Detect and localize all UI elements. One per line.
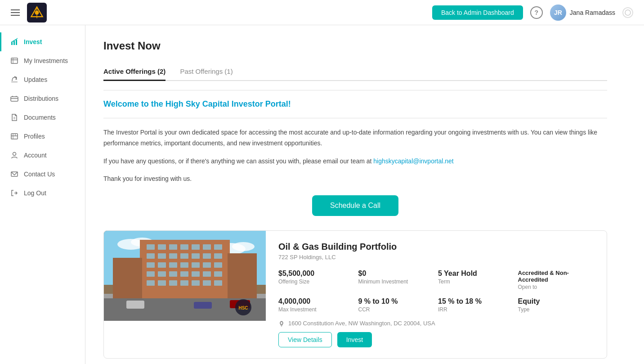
sidebar-item-log-out[interactable]: Log Out	[0, 184, 85, 202]
offering-subtitle: 722 SP Holdings, LLC	[278, 254, 594, 261]
contact-us-label: Contact Us	[24, 171, 55, 178]
svg-rect-71	[126, 301, 144, 309]
svg-rect-64	[169, 280, 177, 286]
username-label: Jana Ramadass	[570, 9, 615, 16]
svg-rect-68	[214, 280, 222, 286]
svg-rect-41	[147, 253, 155, 259]
stat-open-to-label: Open to	[518, 284, 595, 290]
sidebar-item-updates[interactable]: Updates	[0, 70, 85, 89]
back-to-admin-button[interactable]: Back to Admin Dashboard	[432, 5, 523, 20]
distributions-icon	[10, 94, 18, 103]
stat-term: 5 Year Hold Term	[438, 270, 514, 290]
svg-rect-37	[180, 244, 188, 250]
tab-past-offerings[interactable]: Past Offerings (1)	[180, 63, 233, 81]
tabs: Active Offerings (2) Past Offerings (1)	[103, 63, 607, 81]
sidebar: Invest My Investments Updates Distributi…	[0, 25, 85, 364]
profiles-icon	[10, 132, 18, 140]
stat-irr-label: IRR	[438, 306, 514, 313]
sidebar-item-profiles[interactable]: Profiles	[0, 127, 85, 146]
svg-rect-65	[180, 280, 188, 286]
offering-card: HSC Oil & Gas Building Portfolio 722 SP …	[103, 230, 607, 359]
stat-term-value: 5 Year Hold	[438, 270, 514, 278]
welcome-paragraph1: The Investor Portal is your own dedicate…	[103, 127, 607, 149]
stat-type: Equity Type	[518, 297, 595, 313]
my-investments-label: My Investments	[24, 57, 68, 64]
sidebar-item-distributions[interactable]: Distributions	[0, 89, 85, 108]
investments-icon	[10, 57, 18, 65]
help-icon[interactable]: ?	[530, 6, 543, 19]
welcome-paragraph3: Thank you for investing with us.	[103, 174, 607, 184]
schedule-call-button[interactable]: Schedule a Call	[312, 195, 398, 216]
profiles-label: Profiles	[24, 133, 45, 140]
stat-irr: 15 % to 18 % IRR	[438, 297, 514, 313]
svg-rect-60	[203, 271, 211, 277]
welcome-title: Welcome to the High Sky Capital Investor…	[103, 99, 607, 109]
svg-point-4	[625, 10, 631, 15]
stat-irr-value: 15 % to 18 %	[438, 297, 514, 306]
user-info: JR Jana Ramadass	[550, 4, 615, 21]
account-label: Account	[24, 152, 47, 159]
offering-address: 1600 Constitution Ave, NW Washington, DC…	[288, 320, 435, 327]
welcome-divider	[103, 118, 607, 118]
stat-type-value: Equity	[518, 297, 595, 306]
welcome-paragraph2: If you have any questions, or if there's…	[103, 156, 607, 167]
navbar-left	[11, 3, 47, 22]
welcome-email-link[interactable]: highskycapital@invportal.net	[373, 157, 453, 165]
stat-min-investment-value: $0	[358, 270, 435, 278]
svg-rect-58	[180, 271, 188, 277]
svg-rect-51	[180, 262, 188, 268]
location-icon	[278, 320, 285, 327]
sidebar-item-documents[interactable]: Documents	[0, 108, 85, 127]
hamburger-menu[interactable]	[11, 9, 20, 16]
tab-active-offerings[interactable]: Active Offerings (2)	[103, 63, 165, 81]
svg-rect-43	[169, 253, 177, 259]
svg-rect-48	[147, 262, 155, 268]
svg-rect-55	[147, 271, 155, 277]
svg-rect-62	[147, 280, 155, 286]
svg-rect-49	[158, 262, 166, 268]
offering-title: Oil & Gas Building Portfolio	[278, 242, 594, 252]
main-content: Invest Now Active Offerings (2) Past Off…	[85, 25, 644, 364]
stat-min-investment-label: Minimum Investment	[358, 279, 435, 285]
welcome-p2-prefix: If you have any questions, or if there's…	[103, 157, 373, 165]
stat-max-investment: 4,000,000 Max Investment	[278, 297, 355, 313]
svg-rect-61	[214, 271, 222, 277]
user-status-icon[interactable]	[622, 7, 633, 18]
svg-rect-63	[158, 280, 166, 286]
log-out-label: Log Out	[24, 189, 46, 197]
svg-rect-50	[169, 262, 177, 268]
schedule-btn-wrap: Schedule a Call	[103, 195, 607, 216]
offering-stats-row1: $5,500,000 Offering Size $0 Minimum Inve…	[278, 270, 594, 290]
svg-point-22	[13, 153, 16, 156]
svg-rect-66	[192, 280, 200, 286]
sidebar-item-invest[interactable]: Invest	[0, 32, 85, 51]
svg-rect-72	[194, 302, 212, 309]
svg-rect-7	[16, 40, 17, 45]
svg-rect-69	[113, 258, 142, 298]
navbar-right: Back to Admin Dashboard ? JR Jana Ramada…	[432, 4, 633, 21]
stat-ccr-value: 9 % to 10 %	[358, 297, 435, 306]
svg-rect-36	[169, 244, 177, 250]
svg-rect-45	[192, 253, 200, 259]
svg-rect-56	[158, 271, 166, 277]
svg-rect-35	[158, 244, 166, 250]
invest-button[interactable]: Invest	[337, 332, 372, 347]
contact-icon	[10, 170, 18, 178]
invest-label: Invest	[24, 38, 42, 45]
distributions-label: Distributions	[24, 95, 58, 102]
updates-icon	[10, 76, 18, 84]
sidebar-item-account[interactable]: Account	[0, 146, 85, 165]
svg-rect-39	[203, 244, 211, 250]
stat-type-label: Type	[518, 306, 595, 313]
view-details-button[interactable]: View Details	[278, 332, 332, 347]
stat-ccr: 9 % to 10 % CCR	[358, 297, 435, 313]
stat-offering-size-label: Offering Size	[278, 279, 355, 285]
offering-image: HSC	[104, 231, 266, 321]
svg-rect-47	[214, 253, 222, 259]
svg-rect-53	[203, 262, 211, 268]
sidebar-item-my-investments[interactable]: My Investments	[0, 51, 85, 70]
svg-rect-46	[203, 253, 211, 259]
svg-rect-54	[214, 262, 222, 268]
svg-rect-40	[214, 244, 222, 250]
sidebar-item-contact-us[interactable]: Contact Us	[0, 165, 85, 184]
